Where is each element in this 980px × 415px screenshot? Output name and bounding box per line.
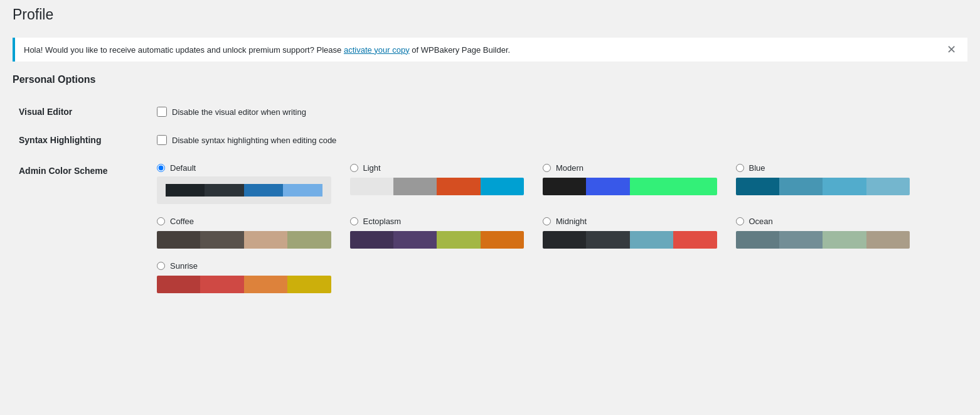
color-scheme-name-light: Light [363, 163, 381, 173]
swatch-modern-2 [630, 178, 673, 195]
scheme-swatch-container-ocean [736, 230, 910, 249]
color-scheme-grid: DefaultLightModernBlueCoffeeEctoplasmMid… [157, 163, 910, 293]
scheme-swatch-container-ectoplasm [350, 230, 525, 249]
color-scheme-option-light: Light [350, 163, 525, 204]
swatch-blue-1 [779, 178, 823, 195]
color-scheme-option-sunrise: Sunrise [157, 261, 331, 293]
scheme-swatch-row-ocean [736, 231, 910, 249]
swatch-sunrise-0 [157, 276, 200, 293]
color-scheme-radio-sunrise[interactable] [157, 262, 165, 270]
swatch-ocean-1 [779, 231, 823, 249]
color-scheme-label-ectoplasm[interactable]: Ectoplasm [350, 217, 525, 226]
color-scheme-option-ectoplasm: Ectoplasm [350, 217, 525, 249]
color-scheme-radio-coffee[interactable] [157, 217, 165, 225]
swatch-light-2 [437, 178, 480, 195]
scheme-swatch-container-light [350, 176, 525, 195]
visual-editor-label: Visual Editor [19, 107, 72, 117]
color-scheme-label-ocean[interactable]: Ocean [736, 217, 910, 226]
color-scheme-name-midnight: Midnight [556, 217, 587, 226]
swatch-modern-1 [586, 178, 629, 195]
swatch-midnight-1 [586, 231, 629, 249]
swatch-ocean-3 [866, 231, 910, 249]
color-scheme-name-coffee: Coffee [170, 217, 194, 226]
color-scheme-label-blue[interactable]: Blue [736, 163, 910, 173]
swatch-ocean-2 [823, 231, 866, 249]
swatch-default-3 [283, 184, 322, 197]
swatch-default-0 [166, 184, 205, 197]
visual-editor-checkbox[interactable] [157, 107, 167, 117]
swatch-default-1 [205, 184, 243, 197]
scheme-swatch-row-light [350, 178, 525, 195]
visual-editor-row: Visual Editor Disable the visual editor … [13, 98, 967, 126]
color-scheme-label-midnight[interactable]: Midnight [543, 217, 717, 226]
scheme-swatch-container-modern [543, 176, 717, 195]
syntax-highlighting-checkbox-text: Disable syntax highlighting when editing… [172, 136, 336, 145]
swatch-modern-3 [673, 178, 716, 195]
admin-color-scheme-row: Admin Color Scheme DefaultLightModernBlu… [13, 154, 967, 303]
swatch-sunrise-2 [244, 276, 287, 293]
swatch-blue-3 [866, 178, 910, 195]
color-scheme-option-ocean: Ocean [736, 217, 910, 249]
swatch-modern-0 [543, 178, 586, 195]
syntax-highlighting-label: Syntax Highlighting [19, 135, 101, 145]
color-scheme-label-sunrise[interactable]: Sunrise [157, 261, 331, 271]
swatch-midnight-3 [673, 231, 716, 249]
color-scheme-label-coffee[interactable]: Coffee [157, 217, 331, 226]
visual-editor-checkbox-label[interactable]: Disable the visual editor when writing [157, 107, 961, 117]
color-scheme-option-default: Default [157, 163, 331, 204]
swatch-blue-0 [736, 178, 779, 195]
color-scheme-radio-light[interactable] [350, 164, 358, 172]
color-scheme-radio-ectoplasm[interactable] [350, 217, 358, 225]
color-scheme-name-modern: Modern [556, 163, 583, 173]
color-scheme-radio-blue[interactable] [736, 164, 744, 172]
scheme-swatch-container-midnight [543, 230, 717, 249]
scheme-swatch-container-coffee [157, 230, 331, 249]
swatch-coffee-3 [287, 231, 331, 249]
swatch-default-2 [244, 184, 283, 197]
color-scheme-label-default[interactable]: Default [157, 163, 331, 173]
swatch-blue-2 [823, 178, 866, 195]
visual-editor-checkbox-text: Disable the visual editor when writing [172, 107, 306, 117]
color-scheme-option-midnight: Midnight [543, 217, 717, 249]
syntax-highlighting-checkbox[interactable] [157, 135, 167, 145]
syntax-highlighting-row: Syntax Highlighting Disable syntax highl… [13, 126, 967, 154]
color-scheme-label-light[interactable]: Light [350, 163, 525, 173]
swatch-light-3 [481, 178, 524, 195]
color-scheme-radio-default[interactable] [157, 164, 165, 172]
scheme-swatch-row-sunrise [157, 276, 331, 293]
color-scheme-radio-ocean[interactable] [736, 217, 744, 225]
scheme-swatch-container-blue [736, 176, 910, 195]
color-scheme-label-modern[interactable]: Modern [543, 163, 717, 173]
scheme-swatch-row-ectoplasm [350, 231, 525, 249]
color-scheme-name-ectoplasm: Ectoplasm [363, 217, 402, 226]
swatch-light-0 [350, 178, 393, 195]
scheme-swatch-container-default [157, 176, 331, 204]
color-scheme-option-modern: Modern [543, 163, 717, 204]
color-scheme-radio-midnight[interactable] [543, 217, 551, 225]
swatch-coffee-1 [200, 231, 243, 249]
swatch-sunrise-3 [287, 276, 331, 293]
scheme-swatch-row-midnight [543, 231, 717, 249]
swatch-ectoplasm-1 [393, 231, 437, 249]
admin-color-scheme-label: Admin Color Scheme [19, 166, 108, 176]
swatch-ectoplasm-2 [437, 231, 480, 249]
swatch-midnight-2 [630, 231, 673, 249]
swatch-ectoplasm-3 [481, 231, 524, 249]
notice-link[interactable]: activate your copy [344, 45, 410, 55]
color-scheme-name-default: Default [170, 163, 196, 173]
color-scheme-radio-modern[interactable] [543, 164, 551, 172]
swatch-coffee-2 [244, 231, 287, 249]
swatch-midnight-0 [543, 231, 586, 249]
swatch-ectoplasm-0 [350, 231, 393, 249]
notice-text: Hola! Would you like to receive automati… [24, 45, 510, 55]
color-scheme-name-blue: Blue [749, 163, 765, 173]
color-scheme-option-blue: Blue [736, 163, 910, 204]
swatch-ocean-0 [736, 231, 779, 249]
notice-close-button[interactable]: ✕ [944, 44, 959, 55]
color-scheme-name-sunrise: Sunrise [170, 261, 198, 271]
scheme-swatch-row-default [162, 181, 326, 199]
color-scheme-name-ocean: Ocean [749, 217, 773, 226]
swatch-coffee-0 [157, 231, 200, 249]
syntax-highlighting-checkbox-label[interactable]: Disable syntax highlighting when editing… [157, 135, 961, 145]
notice-bar: Hola! Would you like to receive automati… [13, 38, 967, 62]
